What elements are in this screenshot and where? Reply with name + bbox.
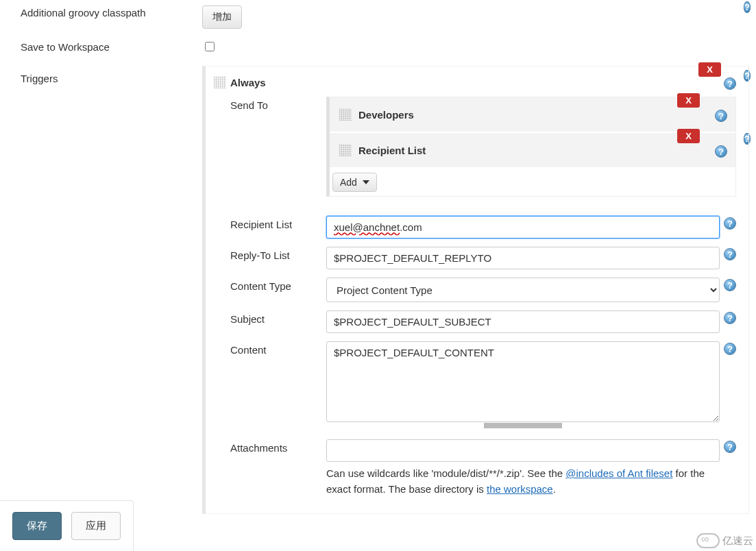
attachments-input[interactable] xyxy=(326,439,720,462)
resize-handle[interactable] xyxy=(326,423,720,428)
sendto-remove-button[interactable]: X xyxy=(677,129,700,143)
content-label: Content xyxy=(230,341,326,356)
sendto-remove-button[interactable]: X xyxy=(677,93,700,108)
classpath-label: Additional groovy classpath xyxy=(21,0,202,19)
trigger-title: Always xyxy=(230,77,266,88)
help-icon[interactable] xyxy=(715,145,727,158)
content-textarea[interactable] xyxy=(326,341,720,422)
help-icon[interactable] xyxy=(724,441,736,453)
cloud-icon xyxy=(696,533,720,548)
sendto-list: X Developers X Recipient List Add xyxy=(326,97,736,197)
trigger-remove-button[interactable]: X xyxy=(698,62,721,77)
sendto-item-recipientlist: X Recipient List xyxy=(330,133,735,169)
sendto-add-label: Add xyxy=(340,177,357,188)
sendto-item-title: Recipient List xyxy=(358,145,426,156)
replyto-input[interactable] xyxy=(326,247,720,269)
attachments-help-text: Can use wildcards like 'module/dist/**/*… xyxy=(326,466,720,497)
recipient-list-label: Recipient List xyxy=(230,216,326,230)
watermark-text: 亿速云 xyxy=(722,535,753,548)
help-icon[interactable] xyxy=(744,1,751,13)
help-icon[interactable] xyxy=(715,110,727,122)
help-icon[interactable] xyxy=(724,312,736,324)
chevron-down-icon xyxy=(363,180,369,184)
link-workspace[interactable]: the workspace xyxy=(487,483,553,495)
help-icon[interactable] xyxy=(724,248,736,260)
action-bar: 保存 应用 xyxy=(0,500,134,551)
sendto-label: Send To xyxy=(230,97,326,111)
drag-handle-icon[interactable] xyxy=(339,108,352,121)
help-icon[interactable] xyxy=(724,77,736,90)
help-icon[interactable] xyxy=(724,343,736,355)
attachments-label: Attachments xyxy=(230,439,326,454)
help-icon[interactable] xyxy=(724,279,736,291)
sendto-item-title: Developers xyxy=(358,109,414,121)
content-type-label: Content Type xyxy=(230,278,326,292)
drag-handle-icon[interactable] xyxy=(339,144,352,156)
sendto-item-developers: X Developers xyxy=(330,97,735,133)
sendto-add-button[interactable]: Add xyxy=(332,173,377,192)
save-workspace-checkbox[interactable] xyxy=(205,42,215,51)
recipient-list-input[interactable]: xuel@anchnet.com xyxy=(326,216,720,238)
recipient-list-value-part1: xuel@anchnet xyxy=(334,221,400,233)
classpath-add-button[interactable]: 增加 xyxy=(202,5,242,29)
recipient-list-value-part2: .com xyxy=(400,221,422,233)
subject-label: Subject xyxy=(230,310,326,325)
watermark-logo: 亿速云 xyxy=(696,533,753,548)
triggers-label: Triggers xyxy=(21,66,202,84)
subject-input[interactable] xyxy=(326,310,720,333)
replyto-label: Reply-To List xyxy=(230,247,326,261)
save-workspace-label: Save to Workspace xyxy=(21,34,202,53)
drag-handle-icon[interactable] xyxy=(214,76,226,88)
apply-button[interactable]: 应用 xyxy=(71,512,121,540)
trigger-block: X Always Send To X Developers xyxy=(202,66,749,514)
save-button[interactable]: 保存 xyxy=(12,512,62,540)
link-ant-fileset[interactable]: @includes of Ant fileset xyxy=(565,467,672,479)
help-icon[interactable] xyxy=(724,217,736,230)
content-type-select[interactable]: Project Content Type xyxy=(326,278,720,302)
